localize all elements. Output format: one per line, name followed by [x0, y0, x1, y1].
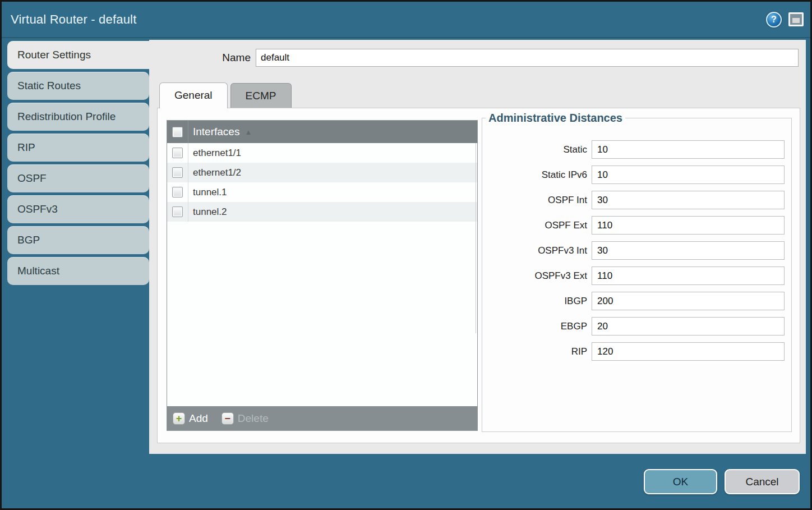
delete-button-label: Delete	[238, 412, 269, 425]
field-row-static-ipv6: Static IPv6	[482, 166, 785, 184]
name-row: Name	[149, 40, 806, 67]
add-button-label: Add	[189, 412, 208, 425]
sidebar-item-bgp[interactable]: BGP	[7, 226, 149, 254]
row-checkbox-cell	[167, 163, 188, 182]
interfaces-column-header: Interfaces	[193, 126, 239, 138]
tab-strip: General ECMP	[159, 82, 806, 108]
sidebar-item-redistribution-profile[interactable]: Redistribution Profile	[7, 103, 149, 131]
ospfv3-ext-input[interactable]	[592, 267, 785, 285]
table-row-tunnel-1[interactable]: tunnel.1	[167, 182, 477, 202]
ospfv3-int-input[interactable]	[592, 241, 785, 260]
interfaces-table-header[interactable]: Interfaces ▲	[167, 121, 477, 143]
interface-name: ethernet1/1	[193, 148, 241, 159]
dialog-buttons: OK Cancel	[644, 469, 800, 494]
ospf-ext-input[interactable]	[592, 216, 785, 235]
ibgp-input[interactable]	[592, 292, 785, 310]
field-row-rip: RIP	[482, 342, 785, 361]
delete-button: − Delete	[222, 412, 269, 425]
general-tab-panel: Interfaces ▲ ethernet1/1 ethernet1/2 tun…	[157, 108, 800, 443]
table-row-tunnel-2[interactable]: tunnel.2	[167, 202, 477, 222]
interfaces-table-body: ethernet1/1 ethernet1/2 tunnel.1 tunnel.…	[167, 143, 477, 406]
sidebar-item-ospfv3[interactable]: OSPFv3	[7, 195, 149, 223]
interface-name: tunnel.2	[193, 206, 227, 218]
row-checkbox-cell	[167, 202, 188, 222]
virtual-router-dialog: Virtual Router - default ? Router Settin…	[2, 2, 810, 508]
sidebar-item-static-routes[interactable]: Static Routes	[7, 72, 149, 100]
rip-input[interactable]	[592, 342, 785, 361]
static-input[interactable]	[592, 140, 785, 159]
restore-window-pane	[792, 18, 800, 23]
interface-name: tunnel.1	[193, 187, 227, 198]
field-row-ospf-ext: OSPF Ext	[482, 216, 785, 235]
row-checkbox[interactable]	[172, 206, 183, 217]
restore-window-icon[interactable]	[788, 12, 804, 26]
row-checkbox[interactable]	[172, 167, 183, 178]
ospfv3-int-label: OSPFv3 Int	[538, 245, 592, 256]
dialog-title: Virtual Router - default	[11, 12, 137, 27]
cancel-button[interactable]: Cancel	[725, 469, 800, 494]
ok-button[interactable]: OK	[644, 469, 717, 494]
sidebar-item-multicast[interactable]: Multicast	[7, 257, 149, 285]
name-input[interactable]	[256, 49, 799, 67]
administrative-distances-title: Administrative Distances	[486, 112, 625, 125]
administrative-distances-group: Administrative Distances Static Static I…	[482, 112, 792, 432]
tab-general[interactable]: General	[159, 82, 228, 108]
sidebar-item-ospf[interactable]: OSPF	[7, 164, 149, 192]
add-button[interactable]: + Add	[173, 412, 208, 425]
static-ipv6-label: Static IPv6	[542, 169, 592, 181]
table-row-ethernet1-2[interactable]: ethernet1/2	[167, 163, 477, 182]
tab-ecmp[interactable]: ECMP	[230, 83, 292, 108]
select-all-cell	[167, 121, 188, 143]
sidebar-item-router-settings[interactable]: Router Settings	[7, 41, 149, 69]
select-all-checkbox[interactable]	[172, 127, 183, 137]
sort-ascending-icon: ▲	[244, 128, 252, 136]
field-row-ospfv3-int: OSPFv3 Int	[482, 241, 785, 260]
field-row-ospf-int: OSPF Int	[482, 191, 785, 209]
ibgp-label: IBGP	[564, 296, 592, 307]
name-label: Name	[149, 52, 256, 64]
title-bar: Virtual Router - default ?	[2, 2, 810, 38]
static-label: Static	[563, 144, 592, 155]
ospf-int-input[interactable]	[592, 191, 785, 209]
sidebar-item-rip[interactable]: RIP	[7, 134, 149, 162]
field-row-ospfv3-ext: OSPFv3 Ext	[482, 267, 785, 285]
interfaces-table: Interfaces ▲ ethernet1/1 ethernet1/2 tun…	[167, 120, 478, 431]
ospf-ext-label: OSPF Ext	[545, 220, 592, 231]
field-row-ibgp: IBGP	[482, 292, 785, 310]
ebgp-label: EBGP	[561, 321, 592, 332]
content-area: Name General ECMP Interfaces ▲	[149, 40, 806, 454]
interfaces-table-footer: + Add − Delete	[167, 406, 477, 430]
row-checkbox[interactable]	[172, 148, 183, 158]
row-checkbox-cell	[167, 182, 188, 202]
ospfv3-ext-label: OSPFv3 Ext	[534, 270, 592, 282]
static-ipv6-input[interactable]	[592, 166, 785, 184]
rip-label: RIP	[571, 346, 592, 357]
row-checkbox-cell	[167, 143, 188, 163]
ebgp-input[interactable]	[592, 317, 785, 336]
row-checkbox[interactable]	[172, 187, 183, 197]
field-row-static: Static	[482, 140, 785, 159]
table-row-ethernet1-1[interactable]: ethernet1/1	[167, 143, 477, 163]
help-icon[interactable]: ?	[766, 12, 782, 27]
field-row-ebgp: EBGP	[482, 317, 785, 336]
add-plus-icon: +	[173, 412, 185, 425]
interface-name: ethernet1/2	[193, 167, 241, 178]
ospf-int-label: OSPF Int	[548, 195, 592, 206]
delete-minus-icon: −	[222, 412, 234, 425]
sidebar-nav: Router Settings Static Routes Redistribu…	[7, 41, 149, 288]
